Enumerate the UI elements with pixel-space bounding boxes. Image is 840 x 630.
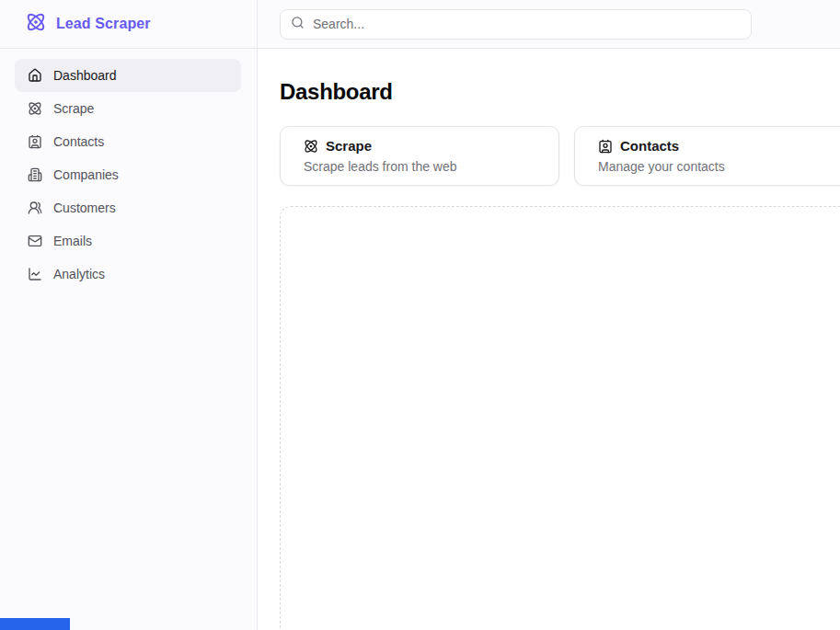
- card-subtitle: Scrape leads from the web: [304, 159, 535, 175]
- brand-name: Lead Scraper: [56, 16, 151, 32]
- sidebar-item-companies[interactable]: Companies: [15, 158, 241, 191]
- atom-icon: [304, 139, 318, 154]
- mail-icon: [28, 234, 42, 248]
- sidebar-item-customers[interactable]: Customers: [15, 191, 241, 224]
- sidebar-item-label: Dashboard: [53, 68, 117, 83]
- sidebar-item-analytics[interactable]: Analytics: [15, 258, 241, 291]
- empty-dashed-placeholder: [280, 206, 840, 630]
- sidebar-item-label: Customers: [53, 200, 116, 215]
- card-subtitle: Manage your contacts: [598, 159, 830, 175]
- sidebar: DashboardScrapeContactsCompaniesCustomer…: [0, 49, 258, 630]
- quick-cards-row: ScrapeScrape leads from the webContactsM…: [280, 126, 840, 186]
- topbar: [258, 0, 840, 49]
- contact-icon: [598, 139, 613, 154]
- sidebar-item-label: Contacts: [53, 134, 104, 149]
- app-logo: Lead Scraper: [0, 0, 258, 49]
- search-input[interactable]: [313, 17, 741, 31]
- atom-icon: [26, 12, 46, 36]
- card-title: Scrape: [326, 138, 372, 155]
- card-header: Scrape: [304, 138, 535, 155]
- sidebar-item-contacts[interactable]: Contacts: [15, 125, 241, 158]
- house-icon: [28, 68, 42, 83]
- sidebar-item-scrape[interactable]: Scrape: [15, 92, 241, 125]
- progress-bar: [0, 618, 70, 630]
- contact-icon: [28, 134, 42, 149]
- sidebar-item-label: Scrape: [53, 101, 94, 116]
- atom-icon: [28, 101, 42, 116]
- sidebar-item-label: Companies: [53, 167, 119, 182]
- app-window: Lead Scraper DashboardScrapeContactsComp…: [0, 0, 840, 630]
- page-title: Dashboard: [280, 78, 840, 105]
- main-content: Dashboard ScrapeScrape leads from the we…: [259, 49, 840, 630]
- card-contacts[interactable]: ContactsManage your contacts: [574, 126, 840, 186]
- search-icon: [291, 16, 305, 33]
- atom-icon: [26, 12, 46, 32]
- sidebar-item-dashboard[interactable]: Dashboard: [15, 59, 241, 92]
- card-title: Contacts: [620, 138, 679, 155]
- card-header: Contacts: [598, 138, 830, 155]
- sidebar-nav: DashboardScrapeContactsCompaniesCustomer…: [0, 49, 257, 291]
- card-scrape[interactable]: ScrapeScrape leads from the web: [280, 126, 559, 186]
- sidebar-item-emails[interactable]: Emails: [15, 224, 241, 258]
- sidebar-item-label: Emails: [53, 234, 92, 248]
- building-icon: [28, 167, 42, 182]
- search-icon: [291, 16, 305, 29]
- search-box[interactable]: [280, 9, 752, 40]
- users-icon: [28, 200, 42, 215]
- chart-line-icon: [28, 267, 42, 281]
- sidebar-item-label: Analytics: [53, 267, 105, 281]
